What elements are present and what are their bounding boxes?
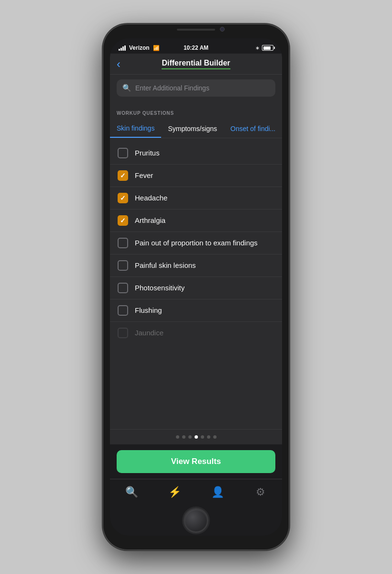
- phone-speaker: [177, 29, 215, 31]
- view-results-button[interactable]: View Results: [117, 450, 275, 473]
- bottom-tab-settings[interactable]: ⚙: [246, 483, 275, 502]
- tabs-container: Skin findings Symptoms/signs Onset of fi…: [110, 120, 282, 138]
- checkbox-photosensitivity[interactable]: [118, 283, 128, 293]
- home-button-area: [110, 505, 282, 536]
- bottom-tab-activity[interactable]: ⚡: [160, 483, 189, 502]
- checklist-item-flushing[interactable]: Flushing: [110, 299, 282, 322]
- back-icon: ‹: [117, 57, 120, 71]
- person-tab-icon: 👤: [211, 486, 224, 498]
- checklist-item-photosensitivity[interactable]: Photosensitivity: [110, 277, 282, 299]
- checkmark-fever: ✓: [120, 172, 126, 179]
- checkbox-fever[interactable]: ✓: [118, 170, 128, 181]
- checklist-item-skin-lesions[interactable]: Painful skin lesions: [110, 254, 282, 277]
- dot-2: [182, 435, 185, 439]
- checklist-item-jaundice[interactable]: Jaundice: [110, 322, 282, 344]
- label-photosensitivity: Photosensitivity: [135, 283, 274, 293]
- home-button[interactable]: [184, 508, 208, 533]
- phone-camera: [220, 27, 225, 32]
- page-dots: [110, 429, 282, 444]
- carrier-label: Verizon: [129, 44, 150, 51]
- dot-1: [176, 435, 179, 439]
- checkbox-flushing[interactable]: [118, 305, 128, 316]
- bluetooth-icon: ∗: [255, 45, 260, 51]
- search-placeholder: Enter Additional Findings: [135, 84, 209, 92]
- checkbox-pruritus[interactable]: [118, 148, 128, 158]
- signal-bar-1: [119, 49, 120, 51]
- gear-tab-icon: ⚙: [256, 486, 265, 498]
- checkmark-headache: ✓: [120, 195, 126, 201]
- checklist: Pruritus ✓ Fever ✓ Headache ✓: [110, 138, 282, 429]
- checkbox-pain[interactable]: [118, 238, 128, 248]
- label-fever: Fever: [135, 170, 274, 180]
- bottom-tab-profile[interactable]: 👤: [203, 483, 232, 502]
- search-icon: 🔍: [122, 84, 131, 92]
- status-right: ∗: [255, 45, 273, 51]
- checklist-item-headache[interactable]: ✓ Headache: [110, 187, 282, 210]
- label-skin-lesions: Painful skin lesions: [135, 260, 274, 270]
- label-arthralgia: Arthralgia: [135, 215, 274, 225]
- signal-bar-3: [122, 46, 124, 51]
- back-button[interactable]: ‹: [117, 57, 120, 71]
- status-left: Verizon 📶: [119, 44, 160, 51]
- label-headache: Headache: [135, 193, 274, 203]
- label-pruritus: Pruritus: [135, 148, 274, 158]
- signal-bar-2: [120, 48, 122, 51]
- phone-screen: Verizon 📶 10:22 AM ∗ ‹ Differential Buil…: [110, 38, 282, 536]
- tab-symptoms-signs[interactable]: Symptoms/signs: [161, 120, 224, 137]
- tab-skin-findings[interactable]: Skin findings: [110, 120, 161, 138]
- checkbox-arthralgia[interactable]: ✓: [118, 215, 128, 226]
- nav-title-underline: [162, 68, 230, 69]
- checkmark-arthralgia: ✓: [120, 217, 126, 224]
- tab-onset-findings[interactable]: Onset of findi...: [224, 120, 282, 137]
- dot-4-active: [195, 435, 198, 439]
- dot-7: [213, 435, 217, 439]
- checkbox-skin-lesions[interactable]: [118, 260, 128, 271]
- status-bar: Verizon 📶 10:22 AM ∗: [110, 42, 282, 54]
- section-label: WORKUP QUESTIONS: [117, 110, 174, 116]
- view-results-container: View Results: [110, 444, 282, 479]
- dot-5: [201, 435, 204, 439]
- wifi-icon: 📶: [153, 45, 160, 51]
- bolt-tab-icon: ⚡: [168, 486, 181, 498]
- label-pain: Pain out of proportion to exam findings: [135, 238, 274, 248]
- dot-3: [188, 435, 192, 439]
- checkbox-headache[interactable]: ✓: [118, 193, 128, 203]
- bottom-tab-bar: 🔍 ⚡ 👤 ⚙: [110, 479, 282, 505]
- signal-bars: [119, 45, 126, 51]
- search-tab-icon: 🔍: [125, 486, 138, 498]
- checklist-item-fever[interactable]: ✓ Fever: [110, 165, 282, 187]
- nav-title-container: Differential Builder: [162, 59, 230, 69]
- dot-6: [207, 435, 210, 439]
- label-flushing: Flushing: [135, 305, 274, 315]
- battery-fill: [263, 46, 271, 50]
- phone-device: Verizon 📶 10:22 AM ∗ ‹ Differential Buil…: [103, 24, 289, 550]
- section-header: WORKUP QUESTIONS: [110, 101, 282, 120]
- label-jaundice: Jaundice: [135, 328, 274, 338]
- search-bar[interactable]: 🔍 Enter Additional Findings: [117, 79, 275, 97]
- bottom-tab-search[interactable]: 🔍: [117, 483, 146, 502]
- status-time: 10:22 AM: [184, 44, 208, 51]
- signal-bar-4: [124, 45, 126, 51]
- checklist-item-pruritus[interactable]: Pruritus: [110, 142, 282, 165]
- search-bar-container: 🔍 Enter Additional Findings: [110, 75, 282, 101]
- checklist-item-pain[interactable]: Pain out of proportion to exam findings: [110, 232, 282, 254]
- checkbox-jaundice[interactable]: [118, 328, 128, 338]
- view-results-label: View Results: [171, 457, 221, 466]
- checklist-item-arthralgia[interactable]: ✓ Arthralgia: [110, 210, 282, 232]
- nav-bar: ‹ Differential Builder: [110, 54, 282, 75]
- nav-title: Differential Builder: [162, 59, 230, 67]
- battery-indicator: [262, 45, 273, 51]
